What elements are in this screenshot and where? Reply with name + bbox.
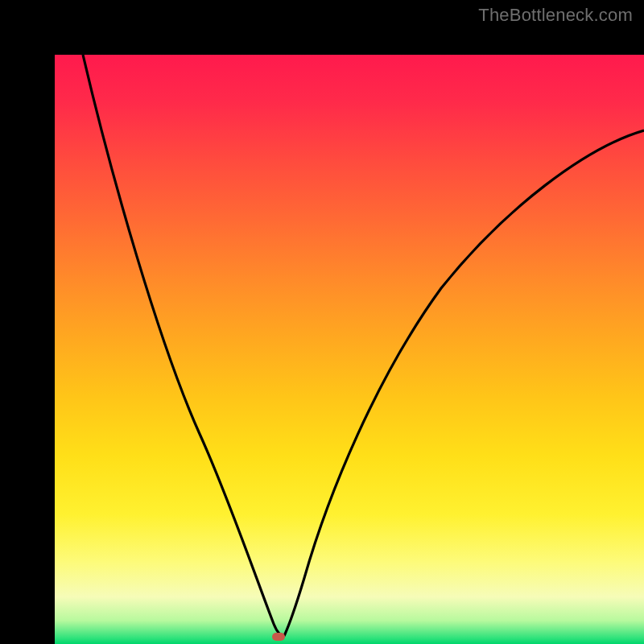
bottleneck-curve [55, 55, 644, 644]
chart-frame [0, 0, 644, 644]
curve-left-branch [83, 55, 284, 636]
curve-right-branch [284, 130, 644, 636]
plot-area [55, 55, 644, 644]
watermark-text: TheBottleneck.com [478, 5, 633, 26]
optimum-marker [272, 633, 285, 641]
